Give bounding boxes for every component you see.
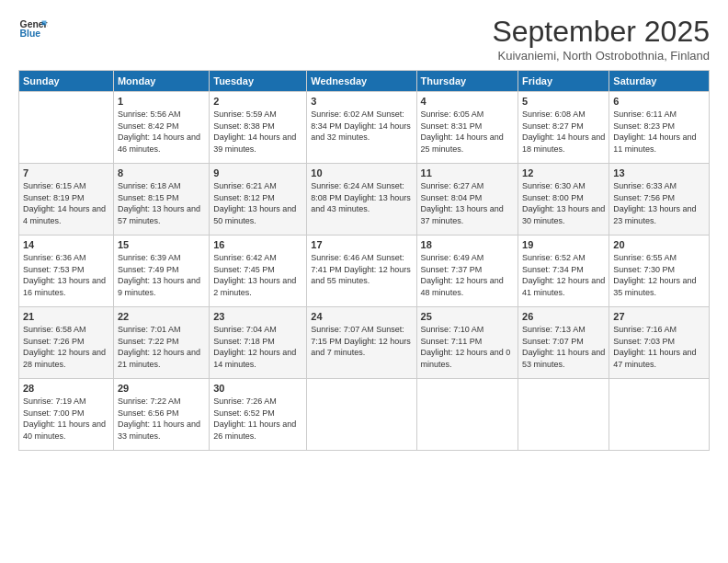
day-info: Sunrise: 7:16 AM Sunset: 7:03 PM Dayligh… [613, 324, 705, 370]
day-number: 21 [23, 311, 109, 322]
day-info: Sunrise: 6:05 AM Sunset: 8:31 PM Dayligh… [421, 109, 514, 155]
day-cell: 20Sunrise: 6:55 AM Sunset: 7:30 PM Dayli… [609, 236, 710, 307]
day-info: Sunrise: 6:27 AM Sunset: 8:04 PM Dayligh… [421, 180, 514, 226]
header-monday: Monday [113, 71, 209, 92]
day-number: 23 [213, 311, 302, 322]
day-cell [416, 379, 518, 451]
day-info: Sunrise: 6:46 AM Sunset: 7:41 PM Dayligh… [311, 252, 412, 287]
day-number: 6 [613, 96, 705, 107]
day-info: Sunrise: 6:30 AM Sunset: 8:00 PM Dayligh… [522, 180, 605, 226]
day-number: 12 [522, 167, 605, 178]
day-cell: 15Sunrise: 6:39 AM Sunset: 7:49 PM Dayli… [113, 236, 209, 307]
day-number: 1 [118, 96, 205, 107]
day-info: Sunrise: 6:52 AM Sunset: 7:34 PM Dayligh… [522, 252, 605, 298]
day-info: Sunrise: 6:08 AM Sunset: 8:27 PM Dayligh… [522, 109, 605, 155]
day-number: 24 [311, 311, 412, 322]
week-row-1: 1Sunrise: 5:56 AM Sunset: 8:42 PM Daylig… [19, 92, 710, 164]
day-cell: 28Sunrise: 7:19 AM Sunset: 7:00 PM Dayli… [19, 379, 114, 451]
day-number: 5 [522, 96, 605, 107]
day-cell: 12Sunrise: 6:30 AM Sunset: 8:00 PM Dayli… [518, 164, 609, 236]
day-number: 29 [118, 383, 205, 394]
day-number: 13 [613, 167, 705, 178]
day-info: Sunrise: 6:24 AM Sunset: 8:08 PM Dayligh… [311, 180, 412, 215]
day-info: Sunrise: 6:21 AM Sunset: 8:12 PM Dayligh… [213, 180, 302, 226]
day-info: Sunrise: 6:49 AM Sunset: 7:37 PM Dayligh… [421, 252, 514, 298]
day-cell: 24Sunrise: 7:07 AM Sunset: 7:15 PM Dayli… [307, 307, 416, 379]
day-cell: 19Sunrise: 6:52 AM Sunset: 7:34 PM Dayli… [518, 236, 609, 307]
day-number: 30 [213, 383, 302, 394]
day-info: Sunrise: 6:58 AM Sunset: 7:26 PM Dayligh… [23, 324, 109, 370]
week-row-2: 7Sunrise: 6:15 AM Sunset: 8:19 PM Daylig… [19, 164, 710, 236]
day-number: 14 [23, 239, 109, 250]
logo: General Blue [18, 15, 48, 44]
day-cell [19, 92, 114, 164]
day-number: 4 [421, 96, 514, 107]
header-saturday: Saturday [609, 71, 710, 92]
header-wednesday: Wednesday [307, 71, 416, 92]
day-cell: 9Sunrise: 6:21 AM Sunset: 8:12 PM Daylig… [210, 164, 307, 236]
day-cell [609, 379, 710, 451]
week-row-3: 14Sunrise: 6:36 AM Sunset: 7:53 PM Dayli… [19, 236, 710, 307]
day-info: Sunrise: 6:55 AM Sunset: 7:30 PM Dayligh… [613, 252, 705, 298]
subtitle: Kuivaniemi, North Ostrobothnia, Finland [492, 49, 710, 63]
day-number: 16 [213, 239, 302, 250]
day-cell: 10Sunrise: 6:24 AM Sunset: 8:08 PM Dayli… [307, 164, 416, 236]
header-sunday: Sunday [19, 71, 114, 92]
day-info: Sunrise: 5:59 AM Sunset: 8:38 PM Dayligh… [213, 109, 302, 155]
day-info: Sunrise: 7:13 AM Sunset: 7:07 PM Dayligh… [522, 324, 605, 370]
header-tuesday: Tuesday [210, 71, 307, 92]
day-cell: 5Sunrise: 6:08 AM Sunset: 8:27 PM Daylig… [518, 92, 609, 164]
day-info: Sunrise: 7:10 AM Sunset: 7:11 PM Dayligh… [421, 324, 514, 370]
day-cell: 21Sunrise: 6:58 AM Sunset: 7:26 PM Dayli… [19, 307, 114, 379]
day-cell: 23Sunrise: 7:04 AM Sunset: 7:18 PM Dayli… [210, 307, 307, 379]
day-number: 28 [23, 383, 109, 394]
day-cell: 30Sunrise: 7:26 AM Sunset: 6:52 PM Dayli… [210, 379, 307, 451]
day-cell: 7Sunrise: 6:15 AM Sunset: 8:19 PM Daylig… [19, 164, 114, 236]
day-info: Sunrise: 7:04 AM Sunset: 7:18 PM Dayligh… [213, 324, 302, 370]
day-info: Sunrise: 7:01 AM Sunset: 7:22 PM Dayligh… [118, 324, 205, 370]
day-number: 9 [213, 167, 302, 178]
day-cell: 14Sunrise: 6:36 AM Sunset: 7:53 PM Dayli… [19, 236, 114, 307]
day-info: Sunrise: 6:36 AM Sunset: 7:53 PM Dayligh… [23, 252, 109, 298]
day-info: Sunrise: 6:42 AM Sunset: 7:45 PM Dayligh… [213, 252, 302, 298]
svg-text:Blue: Blue [20, 29, 41, 39]
header-thursday: Thursday [416, 71, 518, 92]
day-cell: 26Sunrise: 7:13 AM Sunset: 7:07 PM Dayli… [518, 307, 609, 379]
day-cell: 25Sunrise: 7:10 AM Sunset: 7:11 PM Dayli… [416, 307, 518, 379]
day-info: Sunrise: 7:19 AM Sunset: 7:00 PM Dayligh… [23, 396, 109, 442]
day-number: 26 [522, 311, 605, 322]
day-cell: 8Sunrise: 6:18 AM Sunset: 8:15 PM Daylig… [113, 164, 209, 236]
day-info: Sunrise: 6:02 AM Sunset: 8:34 PM Dayligh… [311, 109, 412, 144]
header-row: Sunday Monday Tuesday Wednesday Thursday… [19, 71, 710, 92]
day-cell: 11Sunrise: 6:27 AM Sunset: 8:04 PM Dayli… [416, 164, 518, 236]
day-info: Sunrise: 6:33 AM Sunset: 7:56 PM Dayligh… [613, 180, 705, 226]
day-info: Sunrise: 6:11 AM Sunset: 8:23 PM Dayligh… [613, 109, 705, 155]
day-cell: 17Sunrise: 6:46 AM Sunset: 7:41 PM Dayli… [307, 236, 416, 307]
day-info: Sunrise: 6:18 AM Sunset: 8:15 PM Dayligh… [118, 180, 205, 226]
day-info: Sunrise: 6:39 AM Sunset: 7:49 PM Dayligh… [118, 252, 205, 298]
day-cell: 16Sunrise: 6:42 AM Sunset: 7:45 PM Dayli… [210, 236, 307, 307]
month-title: September 2025 [492, 15, 710, 49]
day-cell: 6Sunrise: 6:11 AM Sunset: 8:23 PM Daylig… [609, 92, 710, 164]
day-info: Sunrise: 7:07 AM Sunset: 7:15 PM Dayligh… [311, 324, 412, 359]
day-number: 15 [118, 239, 205, 250]
title-block: September 2025 Kuivaniemi, North Ostrobo… [492, 15, 710, 63]
day-number: 11 [421, 167, 514, 178]
day-cell: 29Sunrise: 7:22 AM Sunset: 6:56 PM Dayli… [113, 379, 209, 451]
day-number: 19 [522, 239, 605, 250]
day-info: Sunrise: 7:26 AM Sunset: 6:52 PM Dayligh… [213, 396, 302, 442]
day-cell [518, 379, 609, 451]
day-cell: 3Sunrise: 6:02 AM Sunset: 8:34 PM Daylig… [307, 92, 416, 164]
day-cell: 13Sunrise: 6:33 AM Sunset: 7:56 PM Dayli… [609, 164, 710, 236]
day-cell: 1Sunrise: 5:56 AM Sunset: 8:42 PM Daylig… [113, 92, 209, 164]
day-number: 7 [23, 167, 109, 178]
day-number: 20 [613, 239, 705, 250]
day-info: Sunrise: 7:22 AM Sunset: 6:56 PM Dayligh… [118, 396, 205, 442]
day-number: 2 [213, 96, 302, 107]
calendar-table: Sunday Monday Tuesday Wednesday Thursday… [18, 70, 710, 451]
day-cell: 27Sunrise: 7:16 AM Sunset: 7:03 PM Dayli… [609, 307, 710, 379]
day-number: 27 [613, 311, 705, 322]
day-number: 3 [311, 96, 412, 107]
day-number: 17 [311, 239, 412, 250]
day-cell: 4Sunrise: 6:05 AM Sunset: 8:31 PM Daylig… [416, 92, 518, 164]
